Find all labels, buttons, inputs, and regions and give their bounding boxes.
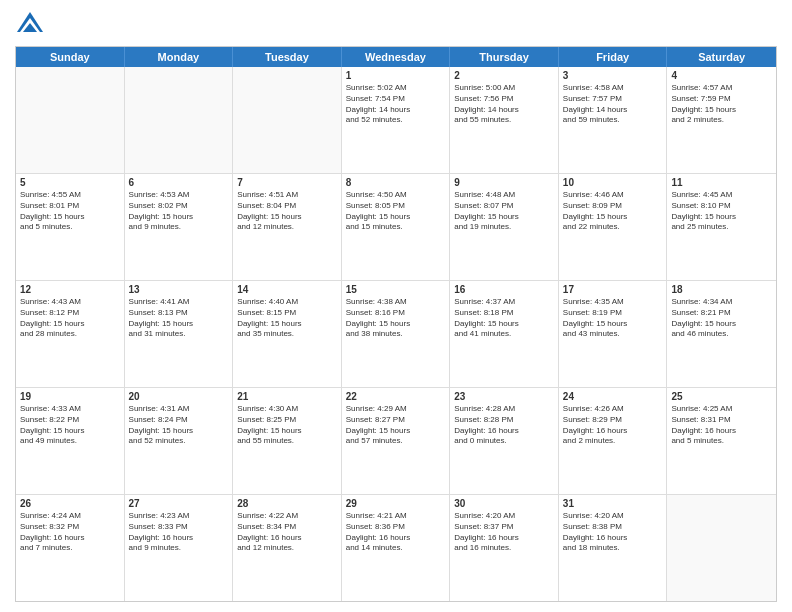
day-number: 3 [563, 70, 663, 81]
cell-info: Sunrise: 4:53 AMSunset: 8:02 PMDaylight:… [129, 190, 229, 233]
calendar-row-1: 1Sunrise: 5:02 AMSunset: 7:54 PMDaylight… [16, 67, 776, 174]
day-number: 27 [129, 498, 229, 509]
cell-info: Sunrise: 4:43 AMSunset: 8:12 PMDaylight:… [20, 297, 120, 340]
calendar-header: SundayMondayTuesdayWednesdayThursdayFrid… [16, 47, 776, 67]
cell-info: Sunrise: 4:28 AMSunset: 8:28 PMDaylight:… [454, 404, 554, 447]
header-day-friday: Friday [559, 47, 668, 67]
cell-info: Sunrise: 4:34 AMSunset: 8:21 PMDaylight:… [671, 297, 772, 340]
day-number: 15 [346, 284, 446, 295]
cell-info: Sunrise: 4:35 AMSunset: 8:19 PMDaylight:… [563, 297, 663, 340]
day-number: 4 [671, 70, 772, 81]
day-number: 6 [129, 177, 229, 188]
calendar-row-4: 19Sunrise: 4:33 AMSunset: 8:22 PMDayligh… [16, 388, 776, 495]
day-cell-30: 30Sunrise: 4:20 AMSunset: 8:37 PMDayligh… [450, 495, 559, 601]
cell-info: Sunrise: 4:26 AMSunset: 8:29 PMDaylight:… [563, 404, 663, 447]
cell-info: Sunrise: 4:23 AMSunset: 8:33 PMDaylight:… [129, 511, 229, 554]
cell-info: Sunrise: 4:22 AMSunset: 8:34 PMDaylight:… [237, 511, 337, 554]
day-cell-29: 29Sunrise: 4:21 AMSunset: 8:36 PMDayligh… [342, 495, 451, 601]
day-number: 25 [671, 391, 772, 402]
cell-info: Sunrise: 4:50 AMSunset: 8:05 PMDaylight:… [346, 190, 446, 233]
day-cell-21: 21Sunrise: 4:30 AMSunset: 8:25 PMDayligh… [233, 388, 342, 494]
day-cell-10: 10Sunrise: 4:46 AMSunset: 8:09 PMDayligh… [559, 174, 668, 280]
day-number: 1 [346, 70, 446, 81]
day-number: 16 [454, 284, 554, 295]
header [15, 10, 777, 40]
day-number: 28 [237, 498, 337, 509]
day-cell-31: 31Sunrise: 4:20 AMSunset: 8:38 PMDayligh… [559, 495, 668, 601]
day-number: 17 [563, 284, 663, 295]
cell-info: Sunrise: 4:24 AMSunset: 8:32 PMDaylight:… [20, 511, 120, 554]
day-cell-20: 20Sunrise: 4:31 AMSunset: 8:24 PMDayligh… [125, 388, 234, 494]
day-number: 29 [346, 498, 446, 509]
day-number: 22 [346, 391, 446, 402]
day-cell-27: 27Sunrise: 4:23 AMSunset: 8:33 PMDayligh… [125, 495, 234, 601]
day-number: 20 [129, 391, 229, 402]
day-cell-13: 13Sunrise: 4:41 AMSunset: 8:13 PMDayligh… [125, 281, 234, 387]
cell-info: Sunrise: 4:33 AMSunset: 8:22 PMDaylight:… [20, 404, 120, 447]
day-cell-6: 6Sunrise: 4:53 AMSunset: 8:02 PMDaylight… [125, 174, 234, 280]
calendar-row-2: 5Sunrise: 4:55 AMSunset: 8:01 PMDaylight… [16, 174, 776, 281]
cell-info: Sunrise: 4:57 AMSunset: 7:59 PMDaylight:… [671, 83, 772, 126]
day-number: 24 [563, 391, 663, 402]
header-day-monday: Monday [125, 47, 234, 67]
day-number: 14 [237, 284, 337, 295]
day-cell-24: 24Sunrise: 4:26 AMSunset: 8:29 PMDayligh… [559, 388, 668, 494]
cell-info: Sunrise: 4:31 AMSunset: 8:24 PMDaylight:… [129, 404, 229, 447]
page: SundayMondayTuesdayWednesdayThursdayFrid… [0, 0, 792, 612]
day-cell-16: 16Sunrise: 4:37 AMSunset: 8:18 PMDayligh… [450, 281, 559, 387]
cell-info: Sunrise: 5:00 AMSunset: 7:56 PMDaylight:… [454, 83, 554, 126]
day-number: 2 [454, 70, 554, 81]
day-cell-8: 8Sunrise: 4:50 AMSunset: 8:05 PMDaylight… [342, 174, 451, 280]
day-cell-19: 19Sunrise: 4:33 AMSunset: 8:22 PMDayligh… [16, 388, 125, 494]
day-cell-12: 12Sunrise: 4:43 AMSunset: 8:12 PMDayligh… [16, 281, 125, 387]
day-number: 10 [563, 177, 663, 188]
day-number: 31 [563, 498, 663, 509]
cell-info: Sunrise: 4:40 AMSunset: 8:15 PMDaylight:… [237, 297, 337, 340]
empty-cell [233, 67, 342, 173]
day-cell-28: 28Sunrise: 4:22 AMSunset: 8:34 PMDayligh… [233, 495, 342, 601]
day-cell-17: 17Sunrise: 4:35 AMSunset: 8:19 PMDayligh… [559, 281, 668, 387]
day-cell-5: 5Sunrise: 4:55 AMSunset: 8:01 PMDaylight… [16, 174, 125, 280]
cell-info: Sunrise: 4:51 AMSunset: 8:04 PMDaylight:… [237, 190, 337, 233]
logo [15, 10, 49, 40]
day-number: 8 [346, 177, 446, 188]
day-cell-4: 4Sunrise: 4:57 AMSunset: 7:59 PMDaylight… [667, 67, 776, 173]
header-day-sunday: Sunday [16, 47, 125, 67]
day-cell-18: 18Sunrise: 4:34 AMSunset: 8:21 PMDayligh… [667, 281, 776, 387]
cell-info: Sunrise: 5:02 AMSunset: 7:54 PMDaylight:… [346, 83, 446, 126]
day-cell-9: 9Sunrise: 4:48 AMSunset: 8:07 PMDaylight… [450, 174, 559, 280]
day-number: 21 [237, 391, 337, 402]
day-cell-7: 7Sunrise: 4:51 AMSunset: 8:04 PMDaylight… [233, 174, 342, 280]
day-number: 7 [237, 177, 337, 188]
header-day-saturday: Saturday [667, 47, 776, 67]
day-cell-22: 22Sunrise: 4:29 AMSunset: 8:27 PMDayligh… [342, 388, 451, 494]
cell-info: Sunrise: 4:30 AMSunset: 8:25 PMDaylight:… [237, 404, 337, 447]
day-cell-2: 2Sunrise: 5:00 AMSunset: 7:56 PMDaylight… [450, 67, 559, 173]
day-cell-14: 14Sunrise: 4:40 AMSunset: 8:15 PMDayligh… [233, 281, 342, 387]
cell-info: Sunrise: 4:45 AMSunset: 8:10 PMDaylight:… [671, 190, 772, 233]
day-number: 9 [454, 177, 554, 188]
calendar-row-3: 12Sunrise: 4:43 AMSunset: 8:12 PMDayligh… [16, 281, 776, 388]
header-day-thursday: Thursday [450, 47, 559, 67]
cell-info: Sunrise: 4:38 AMSunset: 8:16 PMDaylight:… [346, 297, 446, 340]
day-cell-3: 3Sunrise: 4:58 AMSunset: 7:57 PMDaylight… [559, 67, 668, 173]
day-cell-26: 26Sunrise: 4:24 AMSunset: 8:32 PMDayligh… [16, 495, 125, 601]
day-number: 18 [671, 284, 772, 295]
empty-cell [125, 67, 234, 173]
day-cell-1: 1Sunrise: 5:02 AMSunset: 7:54 PMDaylight… [342, 67, 451, 173]
day-number: 26 [20, 498, 120, 509]
cell-info: Sunrise: 4:25 AMSunset: 8:31 PMDaylight:… [671, 404, 772, 447]
day-number: 12 [20, 284, 120, 295]
cell-info: Sunrise: 4:58 AMSunset: 7:57 PMDaylight:… [563, 83, 663, 126]
cell-info: Sunrise: 4:46 AMSunset: 8:09 PMDaylight:… [563, 190, 663, 233]
day-number: 5 [20, 177, 120, 188]
header-day-tuesday: Tuesday [233, 47, 342, 67]
day-number: 13 [129, 284, 229, 295]
cell-info: Sunrise: 4:21 AMSunset: 8:36 PMDaylight:… [346, 511, 446, 554]
cell-info: Sunrise: 4:37 AMSunset: 8:18 PMDaylight:… [454, 297, 554, 340]
day-number: 30 [454, 498, 554, 509]
day-cell-11: 11Sunrise: 4:45 AMSunset: 8:10 PMDayligh… [667, 174, 776, 280]
cell-info: Sunrise: 4:48 AMSunset: 8:07 PMDaylight:… [454, 190, 554, 233]
calendar-row-5: 26Sunrise: 4:24 AMSunset: 8:32 PMDayligh… [16, 495, 776, 601]
cell-info: Sunrise: 4:20 AMSunset: 8:37 PMDaylight:… [454, 511, 554, 554]
